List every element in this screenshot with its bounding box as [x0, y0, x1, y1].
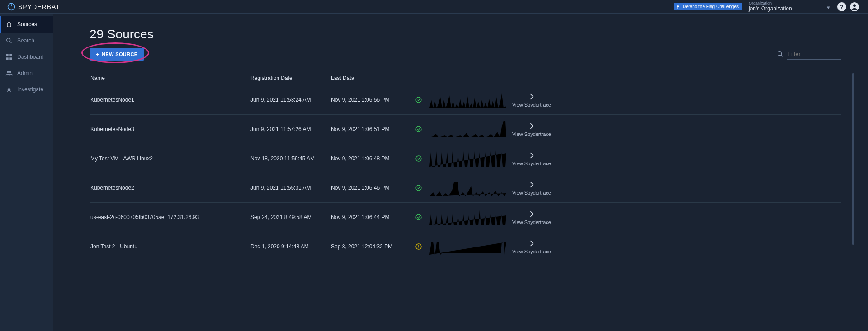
column-header-registration[interactable]: Registration Date: [250, 75, 331, 81]
view-spydertrace-label: View Spydertrace: [512, 102, 551, 107]
cell-registration: Jun 9, 2021 11:53:24 AM: [250, 97, 331, 103]
svg-line-16: [781, 55, 783, 56]
svg-text:?: ?: [840, 3, 844, 10]
sidebar-item-label: Investigate: [17, 86, 43, 93]
sort-arrow-down-icon: ↓: [358, 75, 360, 81]
view-spydertrace-label: View Spydertrace: [512, 190, 551, 196]
star-icon: [5, 86, 13, 93]
cell-status: [411, 214, 426, 221]
cell-sparkline: [426, 120, 505, 138]
svg-point-20: [416, 185, 421, 191]
svg-line-8: [10, 42, 11, 43]
cell-name[interactable]: KubernetesNode3: [90, 126, 250, 132]
sidebar-item-dashboard[interactable]: Dashboard: [0, 49, 53, 65]
dashboard-icon: [5, 53, 13, 61]
column-header-name[interactable]: Name: [90, 75, 250, 81]
sidebar-item-label: Search: [17, 37, 34, 44]
view-spydertrace-button[interactable]: View Spydertrace: [505, 210, 559, 225]
view-spydertrace-label: View Spydertrace: [512, 249, 551, 254]
flag-challenges-chip[interactable]: Defend the Flag Challenges: [674, 3, 742, 10]
filter-input[interactable]: [787, 49, 841, 60]
cell-registration: Dec 1, 2020 9:14:48 AM: [250, 243, 331, 250]
filter-field[interactable]: [777, 49, 841, 60]
cell-last-data: Nov 9, 2021 1:06:44 PM: [331, 214, 411, 220]
sidebar-item-search[interactable]: Search: [0, 33, 53, 49]
status-warn-icon: [415, 243, 422, 250]
sidebar-item-label: Admin: [17, 70, 33, 76]
help-button[interactable]: ?: [835, 0, 848, 13]
plus-icon: +: [96, 51, 99, 57]
table-row: My Test VM - AWS Linux2Nov 18, 2020 11:5…: [90, 144, 841, 173]
cell-name[interactable]: KubernetesNode1: [90, 97, 250, 103]
organization-value: jon's Organization: [749, 5, 830, 12]
brand-text: SPYDERBAT: [18, 3, 60, 10]
cell-name[interactable]: us-east-2/i-0600705fb03705aef 172.31.26.…: [90, 214, 250, 220]
status-ok-icon: [415, 214, 422, 221]
flag-icon: [676, 5, 681, 9]
cell-last-data: Nov 9, 2021 1:06:46 PM: [331, 185, 411, 191]
svg-point-14: [9, 71, 11, 73]
page-title: 29 Sources: [90, 27, 841, 42]
chevron-right-icon: [527, 121, 536, 131]
view-spydertrace-button[interactable]: View Spydertrace: [505, 121, 559, 137]
chevron-right-icon: [527, 151, 536, 160]
scrollbar[interactable]: [852, 73, 854, 245]
status-ok-icon: [415, 126, 422, 133]
view-spydertrace-label: View Spydertrace: [512, 161, 551, 166]
account-button[interactable]: [848, 0, 861, 13]
sidebar-item-sources[interactable]: Sources: [0, 16, 53, 33]
cell-name[interactable]: My Test VM - AWS Linux2: [90, 155, 250, 162]
sparkline-icon: [429, 120, 506, 138]
chevron-right-icon: [527, 180, 536, 189]
view-spydertrace-button[interactable]: View Spydertrace: [505, 92, 559, 107]
cell-status: [411, 126, 426, 133]
cell-sparkline: [426, 149, 505, 168]
cell-status: [411, 96, 426, 103]
sparkline-icon: [429, 179, 506, 197]
svg-point-13: [7, 71, 9, 73]
cell-name[interactable]: KubernetesNode2: [90, 185, 250, 191]
cell-sparkline: [426, 238, 505, 256]
organization-label: Organization: [749, 1, 830, 5]
view-spydertrace-label: View Spydertrace: [512, 219, 551, 225]
chevron-right-icon: [527, 239, 536, 248]
brand[interactable]: SPYDERBAT: [7, 3, 60, 11]
sidebar-item-investigate[interactable]: Investigate: [0, 81, 53, 98]
view-spydertrace-button[interactable]: View Spydertrace: [505, 151, 559, 166]
cell-status: [411, 243, 426, 250]
column-header-last-data[interactable]: Last Data ↓: [331, 75, 411, 81]
cell-registration: Jun 9, 2021 11:55:31 AM: [250, 185, 331, 191]
sidebar-item-admin[interactable]: Admin: [0, 65, 53, 81]
cell-status: [411, 184, 426, 191]
cell-registration: Jun 9, 2021 11:57:26 AM: [250, 126, 331, 132]
new-source-button[interactable]: + NEW SOURCE: [90, 48, 144, 61]
cell-sparkline: [426, 179, 505, 197]
sparkline-icon: [429, 91, 506, 109]
svg-point-17: [416, 97, 421, 103]
svg-point-19: [416, 156, 421, 161]
sparkline-icon: [429, 149, 506, 168]
cell-registration: Sep 24, 2021 8:49:58 AM: [250, 214, 331, 220]
chevron-down-icon: ▾: [827, 4, 830, 11]
status-ok-icon: [415, 184, 422, 191]
brand-logo-icon: [7, 3, 15, 11]
cell-name[interactable]: Jon Test 2 - Ubuntu: [90, 243, 250, 250]
sparkline-icon: [429, 208, 506, 226]
status-ok-icon: [415, 96, 422, 103]
view-spydertrace-button[interactable]: View Spydertrace: [505, 239, 559, 254]
view-spydertrace-button[interactable]: View Spydertrace: [505, 180, 559, 196]
account-icon: [849, 2, 859, 12]
status-ok-icon: [415, 155, 422, 162]
svg-rect-9: [6, 54, 9, 56]
cell-last-data: Nov 9, 2021 1:06:48 PM: [331, 155, 411, 162]
organization-select[interactable]: Organization jon's Organization ▾: [749, 0, 830, 13]
table-row: Jon Test 2 - UbuntuDec 1, 2020 9:14:48 A…: [90, 232, 841, 261]
cell-status: [411, 155, 426, 162]
svg-point-7: [7, 38, 10, 42]
svg-point-18: [416, 126, 421, 132]
main-content: 29 Sources + NEW SOURCE Name Registratio…: [53, 14, 868, 331]
sidebar-item-label: Dashboard: [17, 54, 44, 60]
table-row: KubernetesNode3Jun 9, 2021 11:57:26 AMNo…: [90, 115, 841, 144]
sidebar-item-label: Sources: [17, 21, 37, 28]
sidebar: Sources Search Dashboard Admin Investiga…: [0, 14, 53, 331]
